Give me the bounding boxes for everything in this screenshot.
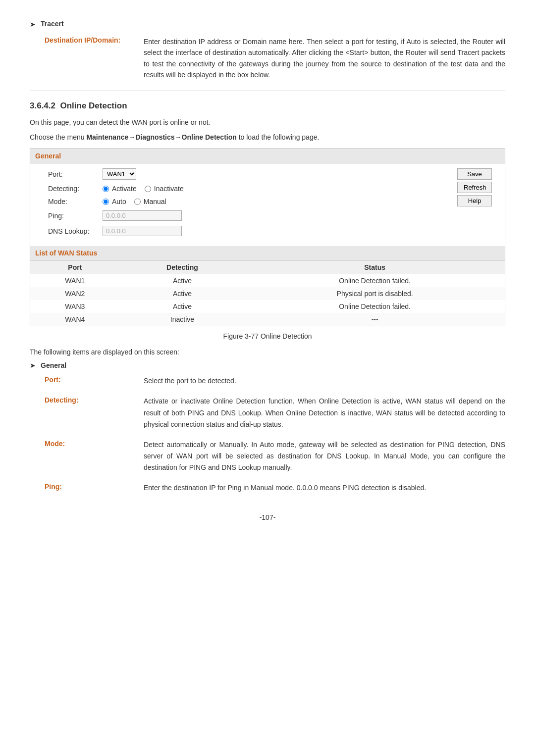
mode-auto-radio[interactable] [103, 199, 109, 205]
item-desc: Enter the destination IP for Ping in Man… [144, 482, 505, 494]
general-panel-body: Port: WAN1 Detecting: Activate Inactivat… [30, 163, 505, 246]
item-desc: Activate or inactivate Online Detection … [144, 396, 505, 430]
dns-label: DNS Lookup: [38, 227, 103, 235]
menu-path-prefix: Choose the menu [30, 133, 86, 141]
item-row: Ping:Enter the destination IP for Ping i… [45, 482, 505, 494]
table-row: WAN1ActiveOnline Detection failed. [30, 274, 505, 287]
port-label: Port: [38, 170, 103, 178]
page-number: -107- [30, 513, 505, 521]
help-button[interactable]: Help [457, 195, 492, 206]
chapter-title: 3.6.4.2 Online Detection [30, 101, 505, 111]
ping-row: Ping: [38, 210, 457, 221]
detecting-row: Detecting: Activate Inactivate [38, 185, 457, 193]
wan-table-header-row: Port Detecting Status [30, 260, 505, 274]
general-label: General [41, 361, 66, 369]
table-row: WAN4Inactive--- [30, 313, 505, 326]
mode-row: Mode: Auto Manual [38, 198, 457, 205]
mode-auto-label: Auto [112, 198, 126, 205]
table-cell: WAN1 [30, 274, 120, 287]
dns-row: DNS Lookup: [38, 226, 457, 236]
port-control: WAN1 [103, 168, 457, 180]
wan-table: Port Detecting Status WAN1ActiveOnline D… [30, 260, 505, 326]
items-intro: The following items are displayed on thi… [30, 348, 505, 356]
intro-text: On this page, you can detect the WAN por… [30, 117, 505, 128]
wan-status-header: List of WAN Status [30, 246, 505, 260]
port-select[interactable]: WAN1 [103, 168, 136, 180]
divider-1 [30, 91, 505, 91]
menu-path-bold: Maintenance→Diagnostics→Online Detection [86, 133, 236, 141]
item-row: Port:Select the port to be detected. [45, 375, 505, 387]
wan-col-status: Status [245, 260, 505, 274]
item-label: Ping: [45, 482, 144, 491]
wan-col-port: Port [30, 260, 120, 274]
table-cell: WAN2 [30, 287, 120, 300]
tracert-arrow: ➤ [30, 20, 36, 28]
general-items-section: ➤ General [30, 361, 505, 369]
item-desc: Select the port to be detected. [144, 375, 505, 387]
item-label: Port: [45, 375, 144, 384]
tracert-description: Destination IP/Domain: Enter destination… [45, 36, 505, 81]
detect-inactivate-label: Inactivate [154, 185, 184, 193]
tracert-dest-label: Destination IP/Domain: [45, 36, 144, 81]
table-cell: Online Detection failed. [245, 274, 505, 287]
mode-control: Auto Manual [103, 198, 457, 205]
item-desc: Detect automatically or Manually. In Aut… [144, 439, 505, 473]
detect-activate-label: Activate [112, 185, 137, 193]
item-row: Detecting:Activate or inactivate Online … [45, 396, 505, 430]
tracert-dest-text: Enter destination IP address or Domain n… [144, 36, 505, 81]
detecting-label: Detecting: [38, 185, 103, 193]
general-panel-header: General [30, 149, 505, 163]
wan-col-detecting: Detecting [120, 260, 245, 274]
table-cell: Physical port is disabled. [245, 287, 505, 300]
table-cell: Active [120, 300, 245, 313]
detect-inactivate-radio[interactable] [145, 186, 151, 192]
table-cell: --- [245, 313, 505, 326]
form-rows: Port: WAN1 Detecting: Activate Inactivat… [38, 168, 457, 241]
item-label: Detecting: [45, 396, 144, 404]
ping-control [103, 210, 457, 221]
ping-input[interactable] [103, 210, 182, 221]
menu-path-suffix: to load the following page. [237, 133, 320, 141]
table-cell: Online Detection failed. [245, 300, 505, 313]
table-cell: Active [120, 274, 245, 287]
menu-path: Choose the menu Maintenance→Diagnostics→… [30, 132, 505, 143]
table-cell: Active [120, 287, 245, 300]
general-arrow: ➤ [30, 361, 36, 369]
table-row: WAN3ActiveOnline Detection failed. [30, 300, 505, 313]
item-row: Mode:Detect automatically or Manually. I… [45, 439, 505, 473]
port-row: Port: WAN1 [38, 168, 457, 180]
table-cell: Inactive [120, 313, 245, 326]
mode-manual-label: Manual [144, 198, 166, 205]
detecting-control: Activate Inactivate [103, 185, 457, 193]
action-buttons: Save Refresh Help [457, 168, 497, 206]
refresh-button[interactable]: Refresh [457, 182, 492, 193]
save-button[interactable]: Save [457, 168, 492, 180]
form-area: Port: WAN1 Detecting: Activate Inactivat… [38, 168, 497, 241]
wan-table-body: WAN1ActiveOnline Detection failed.WAN2Ac… [30, 274, 505, 326]
item-label: Mode: [45, 439, 144, 448]
tracert-section: ➤ Tracert [30, 20, 505, 28]
mode-manual-radio[interactable] [134, 199, 141, 205]
tracert-title: Tracert [41, 20, 64, 28]
detect-activate-radio[interactable] [103, 186, 109, 192]
wan-status-body: Port Detecting Status WAN1ActiveOnline D… [30, 260, 505, 326]
items-list: Port:Select the port to be detected.Dete… [45, 375, 505, 494]
table-cell: WAN4 [30, 313, 120, 326]
mode-label: Mode: [38, 198, 103, 205]
ping-label: Ping: [38, 212, 103, 220]
dns-input[interactable] [103, 226, 182, 236]
table-cell: WAN3 [30, 300, 120, 313]
dns-control [103, 226, 457, 236]
general-panel: General Port: WAN1 Detecting: Activate [30, 149, 505, 326]
table-row: WAN2ActivePhysical port is disabled. [30, 287, 505, 300]
figure-caption: Figure 3-77 Online Detection [30, 332, 505, 340]
